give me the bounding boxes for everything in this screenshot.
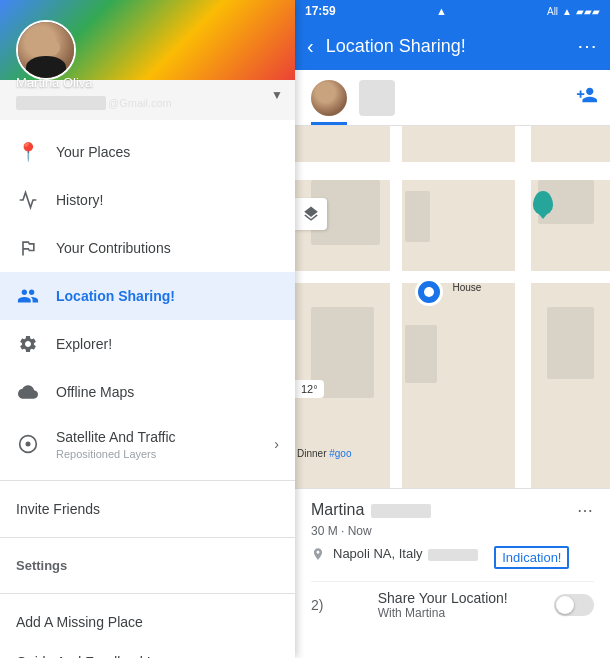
map-layers-button[interactable] (295, 198, 327, 230)
sidebar-item-label: Your Places (56, 144, 130, 160)
history-icon (16, 188, 40, 212)
location-arrow-icon: ▲ (436, 5, 447, 17)
contributions-icon (16, 236, 40, 260)
share-label: Share Your Location! (378, 590, 508, 606)
battery-icon: ▰▰▰ (576, 6, 600, 17)
explorer-icon (16, 332, 40, 356)
user-email-text: @Gmail.com (108, 97, 172, 109)
card-name-blurred (371, 504, 431, 518)
avatar (16, 20, 76, 80)
pin-circle (415, 278, 443, 306)
sidebar: Martina Oliva @Gmail.com ▼ 📍 Your Places… (0, 0, 295, 658)
sidebar-item-satellite[interactable]: Satellite And Traffic Repositioned Layer… (0, 416, 295, 472)
location-pin-icon (311, 547, 325, 565)
share-number: 2) (311, 597, 323, 613)
satellite-label-group: Satellite And Traffic Repositioned Layer… (56, 428, 279, 460)
mobile-panel: 17:59 ▲ All ▲ ▰▰▰ ‹ Location Sharing! ⋯ (295, 0, 610, 658)
divider (0, 480, 295, 481)
location-sharing-icon (16, 284, 40, 308)
user-email-row: @Gmail.com (16, 96, 172, 110)
add-person-button[interactable] (576, 84, 598, 112)
tab-placeholder[interactable] (359, 80, 395, 116)
card-more-button[interactable]: ⋯ (577, 501, 594, 520)
map-area[interactable]: House 12° Dinner #goo (295, 126, 610, 488)
sidebar-item-history[interactable]: History! (0, 176, 295, 224)
dropdown-arrow-icon[interactable]: ▼ (271, 88, 283, 102)
toggle-knob (556, 596, 574, 614)
tab-active-indicator (311, 122, 347, 125)
pin-inner (424, 287, 434, 297)
sidebar-item-invite-friends[interactable]: Invite Friends (0, 489, 295, 529)
blue-location-pin (415, 278, 443, 306)
back-button[interactable]: ‹ (307, 35, 314, 58)
tab-avatar-image (311, 80, 347, 116)
card-location-row: Napoli NA, Italy Indication! (311, 546, 594, 569)
divider (0, 537, 295, 538)
location-card: Martina ⋯ 30 M · Now Napoli NA, Italy In… (295, 488, 610, 658)
sidebar-header: Martina Oliva @Gmail.com ▼ (0, 0, 295, 120)
indication-badge[interactable]: Indication! (494, 546, 569, 569)
sidebar-item-settings[interactable]: Settings (0, 546, 295, 585)
divider (0, 593, 295, 594)
card-time-ago: 30 M · Now (311, 524, 594, 538)
status-time: 17:59 (305, 4, 336, 18)
avatar-image (18, 22, 74, 78)
card-name-row: Martina (311, 501, 431, 519)
places-icon: 📍 (16, 140, 40, 164)
sidebar-item-label: Location Sharing! (56, 288, 175, 304)
status-bar: 17:59 ▲ All ▲ ▰▰▰ (295, 0, 610, 22)
map-block (405, 325, 437, 383)
card-person-name: Martina (311, 501, 364, 518)
sidebar-item-location-sharing[interactable]: Location Sharing! (0, 272, 295, 320)
map-road (390, 126, 402, 488)
sidebar-item-your-places[interactable]: 📍 Your Places (0, 128, 295, 176)
offline-maps-icon (16, 380, 40, 404)
sidebar-item-label: Offline Maps (56, 384, 134, 400)
sidebar-item-contributions[interactable]: Your Contributions (0, 224, 295, 272)
sidebar-item-label: History! (56, 192, 103, 208)
sidebar-item-explorer[interactable]: Explorer! (0, 320, 295, 368)
sidebar-menu: 📍 Your Places History! Your Contribution… (0, 120, 295, 658)
dinner-label: Dinner #goo (297, 448, 352, 459)
satellite-sublabel: Repositioned Layers (56, 448, 279, 460)
sidebar-item-add-missing-place[interactable]: Add A Missing Place (0, 602, 295, 642)
tabs-row (295, 70, 610, 126)
teal-location-pin (533, 191, 553, 211)
teal-pin-shape (533, 191, 553, 215)
svg-point-1 (26, 442, 31, 447)
sidebar-item-offline-maps[interactable]: Offline Maps (0, 368, 295, 416)
map-road (515, 126, 531, 488)
temperature-badge: 12° (295, 380, 324, 398)
map-road (295, 162, 610, 180)
share-sub: With Martina (378, 606, 508, 620)
house-label: House (453, 282, 482, 293)
status-icons: All ▲ ▰▰▰ (547, 6, 600, 17)
card-share-row: 2) Share Your Location! With Martina (311, 581, 594, 620)
app-title: Location Sharing! (326, 36, 565, 57)
location-blur (428, 549, 478, 561)
sidebar-item-label: Explorer! (56, 336, 112, 352)
sidebar-item-label: Satellite And Traffic (56, 429, 176, 445)
user-name: Martina Oliva (16, 75, 93, 90)
map-block (547, 307, 594, 379)
network-label: All (547, 6, 558, 17)
share-location-toggle[interactable] (554, 594, 594, 616)
card-location-text: Napoli NA, Italy (333, 546, 478, 561)
card-header: Martina ⋯ (311, 501, 594, 520)
chevron-right-icon: › (274, 436, 279, 452)
wifi-icon: ▲ (562, 6, 572, 17)
sidebar-item-guide-feedback[interactable]: Guide And Feedback! (0, 642, 295, 658)
app-header: ‹ Location Sharing! ⋯ (295, 22, 610, 70)
satellite-icon (16, 432, 40, 456)
user-email-blur (16, 96, 106, 110)
tab-avatar-martina[interactable] (311, 80, 347, 116)
sidebar-item-label: Your Contributions (56, 240, 171, 256)
map-block (405, 191, 430, 242)
more-options-button[interactable]: ⋯ (577, 34, 598, 58)
card-share-info: Share Your Location! With Martina (378, 590, 508, 620)
